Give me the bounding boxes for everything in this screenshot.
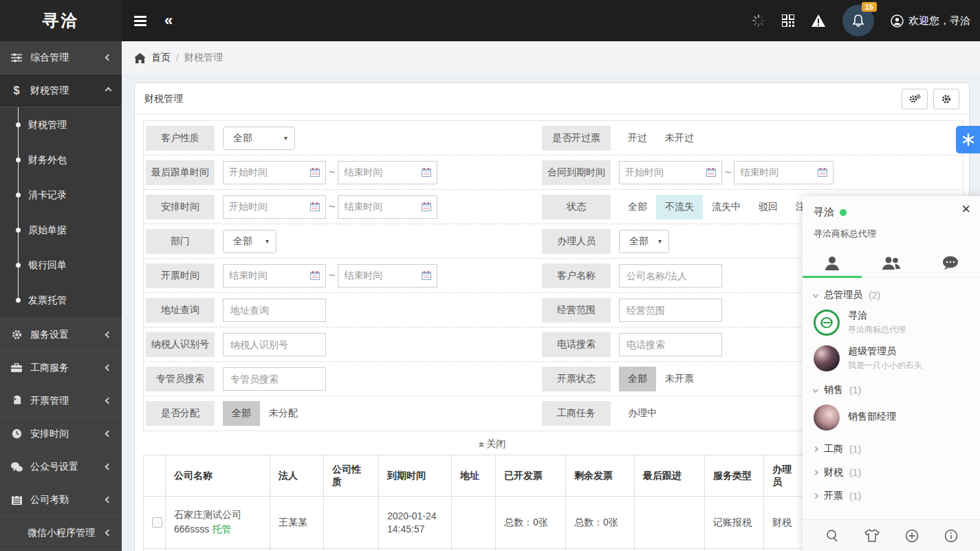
sidebar-item-label: 公司考勤 [30, 494, 69, 506]
group-count: (1) [849, 467, 861, 478]
schedule-start-input[interactable]: 开始时间 [223, 195, 326, 219]
notifications-bell[interactable]: 15 [842, 5, 874, 36]
header-checkbox [144, 455, 166, 497]
home-icon[interactable] [134, 53, 146, 63]
last-follow-end-input[interactable]: 结束时间 [338, 161, 437, 184]
loading-spinner-icon[interactable] [752, 14, 765, 28]
taxpayer-id-input[interactable] [223, 333, 326, 356]
column-settings-button[interactable] [902, 89, 928, 109]
contract-expire-end-input[interactable]: 结束时间 [734, 161, 834, 184]
contact-item[interactable]: 寻洽 寻洽商标总代理 [803, 305, 980, 341]
sidebar-item-label: 综合管理 [30, 52, 69, 64]
settings-button[interactable] [933, 89, 959, 109]
schedule-end-input[interactable]: 结束时间 [338, 195, 437, 219]
header-address: 地址 [452, 455, 496, 497]
invoice-status-none-button[interactable]: 未开票 [656, 367, 703, 391]
submenu-item-bank-receipts[interactable]: 银行回单 [0, 248, 122, 283]
warning-icon[interactable] [811, 14, 826, 28]
group-header-business[interactable]: 工商 (1) [803, 435, 980, 459]
header-agent: 办理员 [764, 455, 807, 497]
filter-label: 是否开过票 [542, 126, 611, 151]
chevron-left-icon [105, 54, 112, 61]
cell-legal-person: 王某某 [270, 497, 324, 549]
notification-count-badge: 15 [862, 2, 877, 12]
app-logo[interactable]: 寻洽 [0, 0, 122, 41]
group-header-finance[interactable]: 财税 (1) [803, 459, 980, 482]
invoiced-yes-button[interactable]: 开过 [619, 126, 656, 151]
status-rejected-button[interactable]: 驳回 [750, 195, 787, 219]
cell-company-name[interactable]: 石家庄测试公司 666ssss托管 [166, 497, 270, 549]
contract-expire-start-input[interactable]: 开始时间 [619, 161, 722, 184]
status-all-button[interactable]: 全部 [619, 195, 656, 219]
sidebar-item-official-account[interactable]: 公众号设置 [0, 451, 122, 484]
quick-action-fab[interactable] [956, 126, 980, 153]
add-icon[interactable] [905, 529, 919, 543]
sidebar-item-general[interactable]: 综合管理 [0, 41, 122, 74]
header-service-type: 服务类型 [705, 455, 764, 497]
business-task-processing-button[interactable]: 办理中 [619, 401, 666, 426]
close-icon[interactable]: × [961, 202, 970, 217]
contact-name: 超级管理员 [848, 345, 922, 358]
sidebar-item-finance-tax[interactable]: $ 财税管理 [0, 74, 122, 107]
menu-toggle-icon[interactable] [134, 16, 146, 26]
filter-label: 经营范围 [542, 298, 611, 323]
submenu-item-original-documents[interactable]: 原始单据 [0, 213, 122, 248]
sidebar-item-mini-program[interactable]: 微信小程序管理 [0, 517, 122, 550]
phone-search-input[interactable] [619, 333, 722, 356]
handler-select[interactable]: 全部▾ [619, 230, 669, 253]
submenu-item-finance-tax[interactable]: 财税管理 [0, 107, 122, 142]
search-icon[interactable] [825, 529, 839, 543]
assigned-no-button[interactable]: 未分配 [260, 401, 307, 426]
gear-icon [10, 329, 23, 340]
invoiced-no-button[interactable]: 未开过 [656, 126, 703, 151]
collapse-filters-link[interactable]: « 关闭 [135, 438, 850, 451]
info-icon[interactable] [944, 529, 958, 543]
sidebar-item-label: 公众号设置 [30, 461, 78, 473]
tab-groups[interactable] [862, 248, 921, 277]
sidebar-item-service-settings[interactable]: 服务设置 [0, 318, 122, 352]
department-select[interactable]: 全部▾ [223, 230, 276, 253]
submenu-item-card-clearing[interactable]: 清卡记录 [0, 177, 122, 213]
contact-item[interactable]: 超级管理员 我是一只小小的石头 [803, 341, 980, 376]
address-search-input[interactable] [223, 299, 326, 322]
customer-nature-select[interactable]: 全部▾ [223, 127, 295, 150]
filter-label: 办理人员 [542, 229, 611, 254]
status-not-lost-button[interactable]: 不流失 [656, 195, 703, 219]
sidebar-item-invoicing[interactable]: 开票管理 [0, 385, 122, 418]
clock-icon [10, 429, 23, 439]
invoice-time-end-input[interactable]: 结束时间 [338, 264, 437, 288]
contact-item[interactable]: 销售部经理 [803, 400, 980, 435]
breadcrumb-home[interactable]: 首页 [151, 52, 171, 64]
group-header-sales[interactable]: 销售 (1) [803, 376, 980, 400]
tshirt-icon[interactable] [864, 529, 880, 542]
sidebar-item-scheduling[interactable]: 安排时间 [0, 418, 122, 451]
invoice-status-all-button[interactable]: 全部 [619, 367, 656, 391]
collapse-sidebar-icon[interactable]: « [164, 13, 173, 28]
sidebar-item-business-services[interactable]: 工商服务 [0, 352, 122, 385]
group-header-invoicing[interactable]: 开票 (1) [803, 482, 980, 506]
calendar-icon [310, 202, 320, 211]
status-losing-button[interactable]: 流失中 [703, 195, 750, 219]
qr-code-icon[interactable] [782, 14, 794, 27]
group-header-admins[interactable]: 总管理员 (2) [803, 281, 980, 305]
submenu-item-invoice-hosting[interactable]: 发票托管 [0, 283, 122, 318]
tab-contacts[interactable] [803, 248, 862, 277]
sidebar-item-label: 开票管理 [30, 395, 69, 407]
last-follow-start-input[interactable]: 开始时间 [223, 161, 326, 184]
submenu-item-finance-outsourcing[interactable]: 财务外包 [0, 142, 122, 177]
header-issued-invoices: 已开发票 [496, 455, 566, 497]
contact-list: 总管理员 (2) 寻洽 寻洽商标总代理 超级管理员 我是一只小小的石头 [803, 277, 980, 506]
tab-messages[interactable] [921, 248, 980, 277]
assigned-all-button[interactable]: 全部 [223, 401, 260, 426]
calendar-icon [422, 202, 431, 211]
submenu-label: 财税管理 [28, 119, 67, 131]
filter-label: 开票状态 [542, 367, 611, 391]
row-checkbox[interactable] [152, 517, 162, 528]
invoice-time-start-input[interactable]: 结束时间 [223, 264, 326, 288]
panel-header: 财税管理 [135, 83, 969, 115]
business-scope-input[interactable] [619, 299, 722, 322]
tax-officer-search-input[interactable] [223, 367, 326, 391]
customer-name-input[interactable] [619, 264, 722, 288]
user-menu[interactable]: 欢迎您，寻洽 [891, 14, 970, 28]
sidebar-item-attendance[interactable]: 公司考勤 [0, 484, 122, 517]
